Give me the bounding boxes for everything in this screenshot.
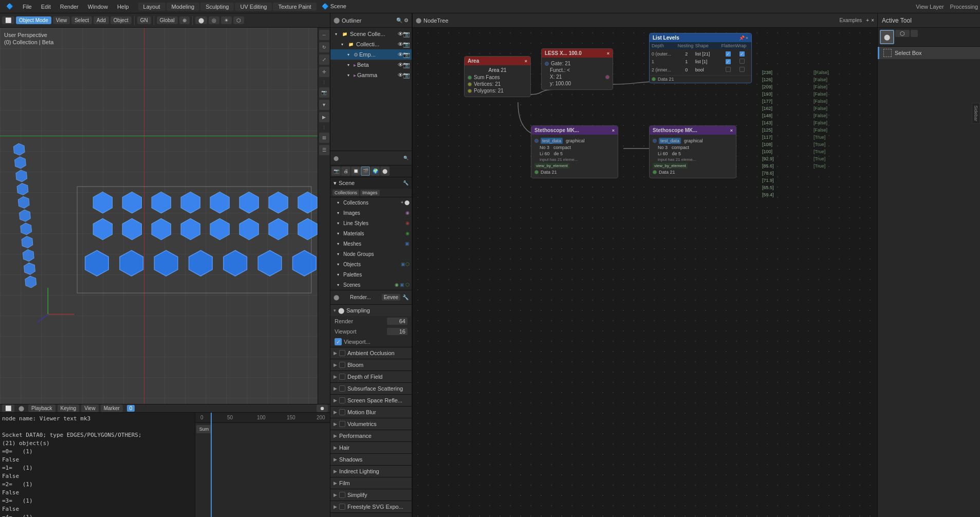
prop-filter-icon[interactable]: 🔍: [403, 156, 409, 160]
steth1-data-socket[interactable]: [534, 170, 539, 174]
viewport-denoising-checkbox[interactable]: ✓: [335, 338, 342, 345]
data-images[interactable]: ▾Images ◉: [330, 208, 412, 218]
pivot-point[interactable]: ⊕: [179, 16, 190, 24]
cam-scene[interactable]: 📷: [403, 31, 410, 37]
data-node-groups[interactable]: ▾Node Groups: [330, 249, 412, 259]
flatten-1-check[interactable]: ✓: [726, 59, 731, 64]
dof-header[interactable]: ▶ Depth of Field: [330, 371, 412, 382]
shading-rendered[interactable]: ☀: [221, 16, 232, 24]
move-tool[interactable]: ↔: [319, 30, 329, 40]
cam-coll[interactable]: 📷: [403, 41, 410, 47]
node-remove-btn[interactable]: ×: [871, 17, 874, 23]
freestyle-header[interactable]: ▶ Freestyle SVG Expo...: [330, 501, 412, 512]
view-menu-timeline[interactable]: View: [81, 404, 99, 412]
data-objects[interactable]: ▾Objects ▣ ⬡: [330, 259, 412, 269]
keying-menu[interactable]: Keying: [58, 404, 80, 412]
workspace-uv[interactable]: UV Editing: [235, 3, 272, 11]
motion-blur-checkbox[interactable]: [339, 409, 345, 415]
render-label[interactable]: Render...: [350, 294, 371, 300]
transform-tool[interactable]: ✛: [319, 67, 329, 77]
blender-menu[interactable]: 🔷: [2, 2, 17, 11]
cam-emp[interactable]: 📷: [403, 51, 410, 58]
volumetrics-checkbox[interactable]: [339, 421, 345, 427]
rotate-tool[interactable]: ↻: [319, 42, 329, 52]
ssr-checkbox[interactable]: [339, 397, 345, 403]
node-panel[interactable]: ⬤ NodeTree Examples + ×: [412, 13, 877, 517]
performance-header[interactable]: ▶ Performance: [330, 430, 412, 441]
render-props-icon[interactable]: 📷: [331, 167, 341, 176]
gn-btn[interactable]: GN: [137, 16, 151, 24]
render-engine-select[interactable]: Eevee: [382, 294, 400, 301]
line-styles-icon[interactable]: ◉: [405, 220, 410, 226]
add-collection-icon[interactable]: +: [401, 200, 403, 205]
gate-socket[interactable]: [545, 62, 549, 66]
freestyle-checkbox[interactable]: [339, 504, 345, 510]
bloom-checkbox[interactable]: [339, 362, 345, 368]
wrap-2-check[interactable]: [739, 67, 745, 72]
playback-menu[interactable]: Playback: [28, 404, 56, 412]
outliner-collection[interactable]: ▾ 📁 Collecti... 👁 📷: [330, 39, 412, 49]
wrap-1-check[interactable]: [739, 59, 745, 64]
outliner-gamma[interactable]: ▾ ▸ Gamma 👁 📷: [330, 70, 412, 80]
menu-render[interactable]: Render: [56, 3, 83, 11]
viewport-3d[interactable]: User Perspective (0) Collection | Beta: [0, 28, 330, 404]
film-header[interactable]: ▶ Film: [330, 477, 412, 489]
ao-header[interactable]: ▶ Ambient Occlusion: [330, 347, 412, 359]
data-palettes[interactable]: ▾Palettes: [330, 269, 412, 280]
render-settings-icon[interactable]: 🔧: [402, 294, 409, 300]
shadows-header[interactable]: ▶ Shadows: [330, 454, 412, 465]
view-menu[interactable]: View: [53, 16, 70, 24]
outliner-filter-icon[interactable]: ⚙: [404, 17, 409, 23]
data-scenes[interactable]: ▾Scenes ◉ ▣ ⬡: [330, 280, 412, 290]
materials-icon[interactable]: ◉: [405, 231, 410, 236]
editor-type-btn[interactable]: ⬜: [2, 16, 14, 24]
data-materials[interactable]: ▾Materials ◉: [330, 228, 412, 238]
collection-options-icon[interactable]: ⬤: [404, 200, 410, 205]
collections-tab[interactable]: Collections: [332, 190, 359, 196]
sampling-header[interactable]: ▾ ⬤ Sampling: [330, 305, 412, 316]
active-tool-icon[interactable]: ⬤: [880, 30, 894, 44]
scene-settings-icon[interactable]: 🔧: [403, 180, 409, 186]
global-transform[interactable]: Global: [157, 16, 178, 24]
examples-label[interactable]: Examples: [839, 17, 862, 23]
shading-solid[interactable]: ⬤: [195, 16, 207, 24]
workspace-layout[interactable]: Layout: [138, 3, 165, 11]
steth1-view-btn[interactable]: view_by_element: [534, 163, 569, 169]
sum-faces-socket[interactable]: [468, 76, 472, 80]
marker-menu[interactable]: Marker: [101, 404, 123, 412]
ssr-header[interactable]: ▶ Screen Space Refle...: [330, 395, 412, 406]
overlays-btn[interactable]: ⬡: [233, 16, 244, 24]
workspace-sculpting[interactable]: Sculpting: [200, 3, 234, 11]
flatten-0-check[interactable]: ✓: [726, 51, 731, 57]
stethoscope1-close[interactable]: ×: [612, 128, 615, 133]
simplify-header[interactable]: ▶ Simplify: [330, 489, 412, 501]
scene-icon2[interactable]: ▣: [400, 282, 404, 287]
volumetrics-header[interactable]: ▶ Volumetrics: [330, 418, 412, 430]
overlay-icon[interactable]: ☰: [319, 145, 329, 155]
dof-checkbox[interactable]: [339, 374, 345, 380]
timeline-tracks[interactable]: 0 50 100 150 200 250 Sum ⏮: [195, 413, 330, 517]
hair-header[interactable]: ▶ Hair: [330, 442, 412, 453]
outliner-emp[interactable]: ▾ ⚙ Emp... 👁 📷: [330, 49, 412, 60]
steth2-socket[interactable]: [653, 139, 657, 143]
shading-material[interactable]: ◎: [209, 16, 219, 24]
ao-checkbox[interactable]: [339, 350, 345, 356]
add-menu[interactable]: Add: [94, 16, 109, 24]
area-node[interactable]: Area × Area 21 Sum Faces Vertices: 21: [464, 56, 531, 97]
objects-icon[interactable]: ▣: [401, 262, 405, 267]
area-node-close[interactable]: ×: [525, 59, 527, 64]
menu-window[interactable]: Window: [84, 3, 112, 11]
menu-file[interactable]: File: [19, 3, 36, 11]
tool-icon-3[interactable]: [911, 30, 918, 37]
scene-section-header[interactable]: ▾ Scene 🔧: [330, 177, 412, 189]
scene-icon1[interactable]: ◉: [395, 282, 399, 287]
current-frame[interactable]: 0: [127, 405, 135, 412]
render-value[interactable]: 64: [387, 318, 408, 325]
tool-icon-2[interactable]: ⬡: [895, 30, 910, 37]
cam-gamma[interactable]: 📷: [403, 72, 410, 78]
stethoscope2-close[interactable]: ×: [730, 128, 733, 133]
indirect-lighting-header[interactable]: ▶ Indirect Lighting: [330, 466, 412, 477]
camera-icon[interactable]: 📷: [319, 87, 329, 98]
flatten-2-check[interactable]: [726, 67, 731, 72]
sss-header[interactable]: ▶ Subsurface Scattering: [330, 383, 412, 394]
